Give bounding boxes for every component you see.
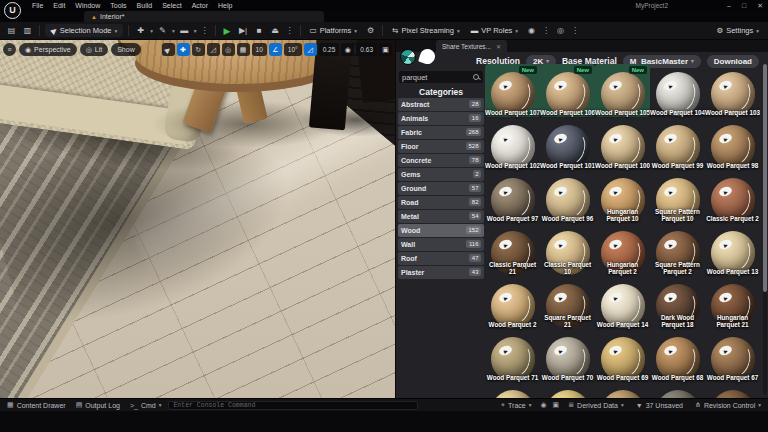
content-browser-icon[interactable]: ▥ — [21, 23, 34, 39]
scale-snap-value[interactable]: 0.25 — [319, 43, 340, 56]
category-fabric[interactable]: Fabric268 — [398, 126, 484, 139]
category-plaster[interactable]: Plaster43 — [398, 266, 484, 279]
frame-skip-button[interactable]: ▶| — [237, 23, 250, 39]
screenshot-icon[interactable]: ▣ — [553, 401, 560, 409]
camera-speed-value[interactable]: 0.63 — [356, 43, 377, 56]
blueprints-icon[interactable]: ✎ — [156, 23, 169, 39]
chevron-down-icon[interactable]: ▾ — [150, 28, 153, 34]
category-gems[interactable]: Gems2 — [398, 168, 484, 181]
level-tab-interior[interactable]: ▲ Interior* — [84, 11, 324, 22]
grid-snap-icon[interactable]: ▦ — [237, 43, 250, 56]
material-item[interactable]: ▶Wood Parquet 102 — [485, 117, 540, 170]
category-road[interactable]: Road82 — [398, 196, 484, 209]
menu-file[interactable]: File — [27, 0, 48, 11]
pixel-streaming-dropdown[interactable]: ⇆ Pixel Streaming ▾ — [388, 24, 464, 37]
content-drawer-button[interactable]: ▦ Content Drawer — [4, 401, 69, 409]
unsaved-button[interactable]: ▼ 37 Unsaved — [633, 402, 686, 409]
material-item[interactable]: ▶Hungarian Parquet 10 — [595, 170, 650, 223]
camera-speed-icon[interactable]: ◉ — [341, 43, 354, 56]
save-icon[interactable]: ▤ — [5, 23, 18, 39]
maximize-button[interactable]: □ — [742, 2, 746, 10]
material-item[interactable]: ▶Wood Parquet 70 — [540, 329, 595, 382]
maximize-viewport-icon[interactable]: ▣ — [379, 43, 392, 56]
quick-add-icon[interactable]: ✚ — [134, 23, 147, 39]
material-item[interactable]: ▶Wood Parquet 14 — [595, 276, 650, 329]
select-tool-icon[interactable]: ▶ — [162, 43, 175, 56]
material-item[interactable]: ▶Wood Parquet 69 — [595, 329, 650, 382]
chevron-down-icon[interactable]: ▾ — [172, 28, 175, 34]
category-roof[interactable]: Roof47 — [398, 252, 484, 265]
selection-mode-dropdown[interactable]: ▶ Selection Mode ▾ — [45, 24, 123, 37]
settings-dropdown[interactable]: ⚙ Settings ▾ — [712, 24, 763, 37]
category-wood[interactable]: Wood152 — [398, 224, 484, 237]
grid-snap-value[interactable]: 10 — [252, 43, 267, 56]
output-log-button[interactable]: ▤ Output Log — [73, 401, 123, 409]
category-floor[interactable]: Floor528 — [398, 140, 484, 153]
material-item[interactable]: ▶Wood Parquet 99 — [650, 117, 705, 170]
category-concrete[interactable]: Concrete78 — [398, 154, 484, 167]
material-preview-icon[interactable] — [400, 49, 416, 65]
material-item[interactable]: ▶Wood Parquet 71 — [485, 329, 540, 382]
revision-control-dropdown[interactable]: ⋔ Revision Control ▾ — [692, 401, 764, 409]
play-button[interactable]: ▶ — [221, 23, 234, 39]
console-command-input[interactable] — [168, 401, 418, 410]
material-item[interactable]: ▶Wood Parquet 103 — [705, 64, 760, 117]
trace-dropdown[interactable]: ⌖ Trace ▾ — [498, 401, 534, 409]
material-item[interactable]: ▶Dark Wood Parquet 18 — [650, 276, 705, 329]
material-item-partial[interactable]: ▶ — [595, 382, 650, 398]
material-item[interactable]: ▶Wood Parquet 100 — [595, 117, 650, 170]
material-item[interactable]: ▶Wood Parquet 67 — [705, 329, 760, 382]
material-item-partial[interactable]: ▶ — [705, 382, 760, 398]
material-item[interactable]: ▶Square Parquet 21 — [540, 276, 595, 329]
viewport[interactable]: ≡ ◉ Perspective ◎ Lit Show ▶ ✚ ↻ ◿ ◎ ▦ 1… — [0, 40, 395, 398]
material-item[interactable]: ▶Wood Parquet 101 — [540, 117, 595, 170]
material-item[interactable]: ▶Classic Parquet 10 — [540, 223, 595, 276]
more-options-icon[interactable]: ⋮ — [200, 26, 210, 35]
scrollbar-thumb[interactable] — [763, 64, 767, 292]
chevron-down-icon[interactable]: ▾ — [194, 28, 197, 34]
perspective-dropdown[interactable]: ◉ Perspective — [19, 43, 77, 56]
vp-roles-dropdown[interactable]: ▬ VP Roles ▾ — [467, 24, 522, 37]
derived-data-dropdown[interactable]: ≣ Derived Data ▾ — [565, 401, 627, 409]
close-button[interactable]: ✕ — [757, 2, 763, 10]
category-metal[interactable]: Metal54 — [398, 210, 484, 223]
material-item[interactable]: New▶Wood Parquet 107 — [485, 64, 540, 117]
material-item[interactable]: ▶Wood Parquet 96 — [540, 170, 595, 223]
search-input[interactable] — [402, 73, 473, 82]
more-options-icon[interactable]: ⋮ — [541, 26, 551, 35]
material-item[interactable]: ▶Classic Parquet 21 — [485, 223, 540, 276]
play-options-icon[interactable]: ⋮ — [285, 26, 295, 35]
menu-edit[interactable]: Edit — [48, 0, 70, 11]
menu-select[interactable]: Select — [157, 0, 186, 11]
project-settings-gear-icon[interactable]: ⚙ — [364, 23, 377, 39]
eject-button[interactable]: ⏏ — [269, 23, 282, 39]
material-item-partial[interactable]: ▶ — [540, 382, 595, 398]
stop-button[interactable]: ■ — [253, 23, 266, 39]
material-item[interactable]: ▶Wood Parquet 97 — [485, 170, 540, 223]
scale-tool-icon[interactable]: ◿ — [207, 43, 220, 56]
insights-icon[interactable]: ◉ — [540, 401, 546, 409]
menu-help[interactable]: Help — [213, 0, 237, 11]
search-box[interactable] — [399, 71, 483, 83]
close-tab-icon[interactable]: ✕ — [496, 43, 501, 50]
material-item[interactable]: ▶Wood Parquet 2 — [485, 276, 540, 329]
material-item[interactable]: ▶Wood Parquet 104 — [650, 64, 705, 117]
material-item[interactable]: ▶Wood Parquet 98 — [705, 117, 760, 170]
rotation-snap-icon[interactable]: ∠ — [269, 43, 282, 56]
category-abstract[interactable]: Abstract28 — [398, 98, 484, 111]
material-item[interactable]: ▶Hungarian Parquet 21 — [705, 276, 760, 329]
camera-icon[interactable]: ◉ — [525, 23, 538, 39]
material-item[interactable]: New▶Wood Parquet 105 — [595, 64, 650, 117]
cinematics-icon[interactable]: ▬ — [178, 23, 191, 39]
world-space-icon[interactable]: ◎ — [222, 43, 235, 56]
material-item[interactable]: ▶Classic Parquet 2 — [705, 170, 760, 223]
scale-snap-icon[interactable]: ◿ — [304, 43, 317, 56]
minimize-button[interactable]: – — [727, 2, 731, 10]
cmd-dropdown[interactable]: >_ Cmd ▾ — [127, 402, 165, 409]
lit-mode-dropdown[interactable]: ◎ Lit — [80, 43, 109, 56]
viewport-menu-icon[interactable]: ≡ — [3, 43, 16, 56]
material-item[interactable]: ▶Wood Parquet 13 — [705, 223, 760, 276]
unreal-logo-icon[interactable]: U — [4, 2, 21, 19]
category-ground[interactable]: Ground57 — [398, 182, 484, 195]
rotation-snap-value[interactable]: 10° — [284, 43, 302, 56]
